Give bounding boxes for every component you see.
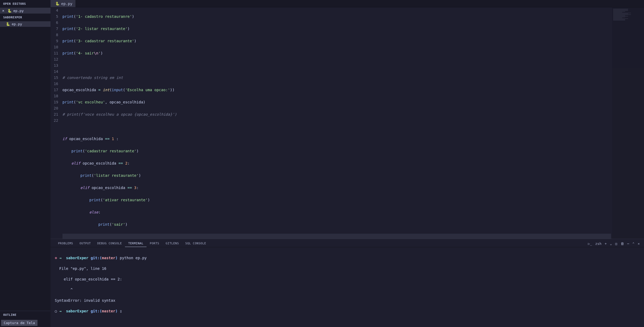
python-icon: 🐍 [7, 9, 12, 13]
open-file-name: ep.py [13, 9, 24, 13]
bottom-panel: PROBLEMS OUTPUT DEBUG CONSOLE TERMINAL P… [51, 239, 644, 327]
panel-tab-bar: PROBLEMS OUTPUT DEBUG CONSOLE TERMINAL P… [51, 239, 644, 247]
tab-sql-console[interactable]: SQL CONSOLE [182, 240, 209, 247]
python-icon: 🐍 [6, 22, 10, 26]
editor-tab[interactable]: 🐍 ep.py [51, 0, 76, 7]
code-text[interactable]: print('1- cadastro restauranre') print('… [61, 7, 612, 239]
open-editor-item[interactable]: × 🐍 ep.py [0, 8, 51, 14]
python-icon: 🐍 [55, 2, 60, 6]
close-panel-icon[interactable]: × [638, 242, 640, 246]
tab-label: ep.py [61, 2, 72, 6]
terminal-output[interactable]: ⊗ → saborExper git:(master) python ep.py… [51, 247, 644, 327]
terminal-shell-name[interactable]: zsh [595, 242, 601, 246]
tab-ports[interactable]: PORTS [147, 240, 162, 247]
close-icon[interactable]: × [2, 9, 6, 13]
line-gutter: 45678910111213141516171819202122 [51, 7, 61, 239]
tab-debug-console[interactable]: DEBUG CONSOLE [94, 240, 125, 247]
project-header[interactable]: SABOREXPER [0, 14, 51, 21]
tab-problems[interactable]: PROBLEMS [55, 240, 76, 247]
split-terminal-icon[interactable]: ◫ [615, 242, 617, 246]
chevron-down-icon[interactable]: ⌄ [610, 242, 612, 246]
editor-region: 🐍 ep.py 45678910111213141516171819202122… [51, 0, 644, 327]
outline-header[interactable]: OUTLINE [0, 311, 51, 319]
tab-bar: 🐍 ep.py [51, 0, 644, 7]
open-editors-header[interactable]: OPEN EDITORS [0, 0, 51, 8]
panel-actions: ▷_ zsh + ⌄ ◫ 🗑 ⋯ ⌃ × [588, 242, 640, 246]
minimap[interactable] [612, 7, 644, 239]
captura-badge: Captura de Tela [1, 320, 37, 326]
tab-gitlens[interactable]: GITLENS [162, 240, 182, 247]
code-area[interactable]: 45678910111213141516171819202122 print('… [51, 7, 644, 239]
chevron-up-icon[interactable]: ⌃ [632, 242, 634, 246]
new-terminal-icon[interactable]: + [605, 242, 607, 246]
file-tree-name: ep.py [12, 22, 22, 26]
file-tree-item[interactable]: 🐍 ep.py [0, 21, 51, 27]
tab-output[interactable]: OUTPUT [76, 240, 94, 247]
sidebar: OPEN EDITORS × 🐍 ep.py SABOREXPER 🐍 ep.p… [0, 0, 51, 327]
trash-icon[interactable]: 🗑 [621, 242, 624, 246]
terminal-shell-icon[interactable]: ▷_ [588, 242, 592, 246]
more-icon[interactable]: ⋯ [627, 242, 629, 246]
tab-terminal[interactable]: TERMINAL [125, 240, 147, 247]
